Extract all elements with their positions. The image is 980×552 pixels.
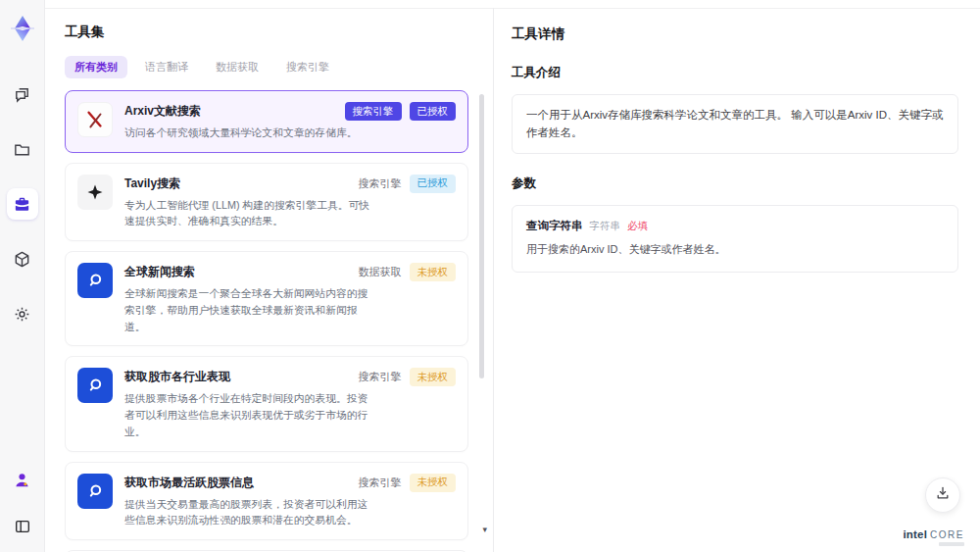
tool-card-most-active-stocks[interactable]: 获取市场最活跃股票信息 提供当天交易量最高的股票列表，投资者可以利用这些信息来识…	[65, 462, 468, 540]
left-rail	[0, 0, 45, 552]
tool-description: 全球新闻搜索是一个聚合全球各大新闻网站内容的搜索引擎，帮助用户快速获取全球最新资…	[124, 285, 371, 334]
detail-title: 工具详情	[512, 25, 958, 43]
chat-icon	[13, 85, 31, 104]
auth-status-badge: 未授权	[410, 368, 457, 386]
category-label: 搜索引擎	[359, 370, 402, 384]
app-logo-icon[interactable]	[6, 12, 39, 45]
intel-logo-sub-badge	[939, 542, 964, 546]
scrollbar-thumb[interactable]	[479, 94, 484, 378]
scroll-down-icon[interactable]: ▾	[482, 526, 487, 534]
params-heading: 参数	[512, 176, 958, 192]
param-type: 字符串	[590, 220, 621, 233]
auth-status-badge: 未授权	[410, 474, 457, 492]
intel-core-logo: intel CORE	[903, 528, 964, 540]
sidebar-item-models[interactable]	[7, 243, 38, 275]
tool-description: 提供当天交易量最高的股票列表，投资者可以利用这些信息来识别流动性强的股票和潜在的…	[124, 496, 371, 528]
toolbox-icon	[13, 195, 31, 214]
category-label: 搜索引擎	[359, 476, 402, 490]
app-window: 工具集 所有类别 语言翻译 数据获取 搜索引擎 A	[0, 0, 980, 552]
param-required-badge: 必填	[627, 220, 648, 233]
auth-status-badge: 未授权	[410, 263, 457, 281]
tool-card-arxiv[interactable]: Arxiv文献搜索 访问各个研究领域大量科学论文和文章的存储库。 搜索引擎 已授…	[65, 90, 468, 153]
tool-list-panel: 工具集 所有类别 语言翻译 数据获取 搜索引擎 A	[45, 8, 493, 552]
tab-all-categories[interactable]: 所有类别	[65, 56, 127, 78]
tool-description: 访问各个研究领域大量科学论文和文章的存储库。	[124, 125, 371, 141]
category-label: 数据获取	[359, 265, 402, 279]
stock-search-icon	[77, 368, 113, 403]
cube-icon	[13, 250, 31, 269]
user-avatar-icon	[13, 471, 31, 489]
auth-status-badge: 已授权	[410, 102, 457, 121]
category-badge: 搜索引擎	[345, 102, 402, 121]
list-scrollbar[interactable]	[479, 90, 485, 544]
collapse-sidebar-button[interactable]	[7, 511, 38, 542]
tab-translation[interactable]: 语言翻译	[135, 56, 198, 78]
tool-intro-text: 一个用于从Arxiv存储库搜索科学论文和文章的工具。 输入可以是Arxiv ID…	[526, 109, 944, 138]
core-wordmark: CORE	[930, 529, 964, 540]
main-area: 工具集 所有类别 语言翻译 数据获取 搜索引擎 A	[45, 0, 980, 552]
intro-heading: 工具介绍	[512, 65, 958, 81]
page-title: 工具集	[65, 24, 471, 41]
tab-data-fetch[interactable]: 数据获取	[206, 56, 269, 78]
tool-detail-panel: 工具详情 工具介绍 一个用于从Arxiv存储库搜索科学论文和文章的工具。 输入可…	[494, 8, 980, 552]
tool-card-sector-performance[interactable]: 获取股市各行业表现 提供股票市场各个行业在特定时间段内的表现。投资者可以利用这些…	[65, 356, 468, 451]
parameter-box: 查询字符串 字符串 必填 用于搜索的Arxiv ID、关键字或作者姓名。	[512, 205, 958, 273]
arxiv-icon	[77, 102, 113, 137]
auth-status-badge: 已授权	[410, 175, 457, 193]
collapse-panel-icon	[14, 518, 31, 535]
news-search-icon	[77, 263, 113, 298]
tool-intro-box: 一个用于从Arxiv存储库搜索科学论文和文章的工具。 输入可以是Arxiv ID…	[512, 94, 958, 154]
tool-card-tavily[interactable]: Tavily搜索 专为人工智能代理 (LLM) 构建的搜索引擎工具。可快速提供实…	[65, 163, 468, 241]
tool-description: 专为人工智能代理 (LLM) 构建的搜索引擎工具。可快速提供实时、准确和真实的结…	[124, 197, 371, 229]
user-profile-button[interactable]	[7, 464, 38, 495]
tool-card-global-news[interactable]: 全球新闻搜索 全球新闻搜索是一个聚合全球各大新闻网站内容的搜索引擎，帮助用户快速…	[65, 251, 468, 346]
tab-search-engine[interactable]: 搜索引擎	[276, 56, 339, 78]
param-description: 用于搜索的Arxiv ID、关键字或作者姓名。	[526, 242, 944, 257]
stock-search-icon	[77, 474, 113, 509]
gear-icon	[13, 305, 31, 324]
sidebar-item-chat[interactable]	[7, 78, 38, 110]
param-name: 查询字符串	[526, 219, 583, 233]
download-icon	[935, 485, 951, 505]
category-tabs: 所有类别 语言翻译 数据获取 搜索引擎	[65, 56, 471, 78]
sidebar-item-settings[interactable]	[7, 298, 38, 329]
sidebar-item-files[interactable]	[7, 133, 38, 165]
sidebar-item-toolset[interactable]	[7, 188, 38, 220]
intel-wordmark: intel	[903, 528, 927, 540]
category-label: 搜索引擎	[359, 176, 402, 191]
tool-card-list: Arxiv文献搜索 访问各个研究领域大量科学论文和文章的存储库。 搜索引擎 已授…	[65, 90, 468, 552]
download-button[interactable]	[925, 477, 960, 513]
tool-description: 提供股票市场各个行业在特定时间段内的表现。投资者可以利用这些信息来识别表现优于或…	[124, 390, 371, 439]
folder-icon	[13, 140, 31, 159]
tavily-star-icon	[77, 175, 113, 210]
